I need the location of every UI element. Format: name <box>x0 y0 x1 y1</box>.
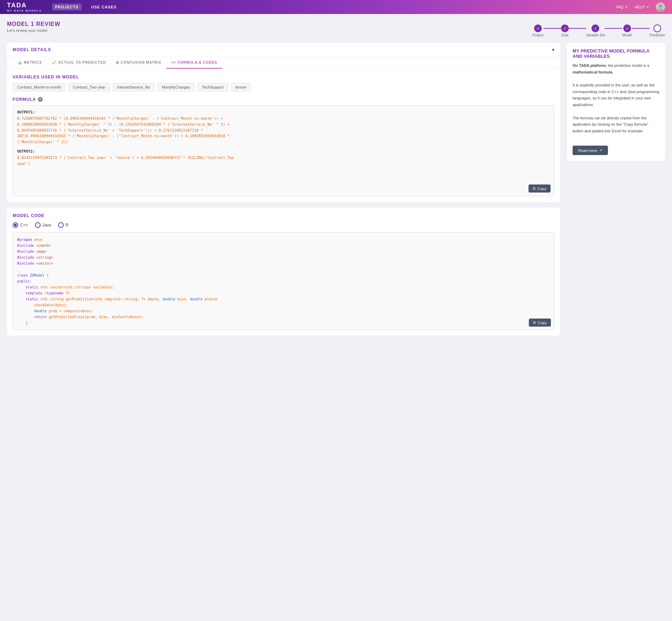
progress-steps: ✓ Project ✓ Goal <box>532 25 665 37</box>
variable-tag-2: InternetService_No <box>113 83 155 91</box>
copy-code-icon: ⧉ <box>533 320 536 325</box>
step-label-project: Project <box>532 33 543 37</box>
nav-links: PROJECTS USE CASES <box>52 4 119 11</box>
step-label-goal: Goal <box>561 33 568 37</box>
language-radio-group: C++ Java R <box>13 222 554 228</box>
formula-help-icon[interactable]: ? <box>38 97 43 102</box>
output2-text: 0.8345159075383273 * ('Contract_Two year… <box>17 155 550 167</box>
radio-r[interactable]: R <box>58 222 69 228</box>
right-panel-title: MY PREDICTIVE MODEL FORMULA AND VARIABLE… <box>573 48 659 59</box>
step-circle-project: ✓ <box>534 25 542 32</box>
formula-box: OUTPUT1: 0.7258879987702782 * (0.8996108… <box>13 105 554 196</box>
svg-point-0 <box>658 4 663 8</box>
step-prediction: Prediction <box>650 25 665 37</box>
model-details-header[interactable]: MODEL DETAILS ▾ <box>7 43 560 57</box>
model-code-section: MODEL CODE C++ Java R <box>7 208 560 336</box>
read-more-button[interactable]: Read more ↗ <box>573 146 608 155</box>
page-title: MODEL 1 REVIEW <box>7 21 60 27</box>
actual-vs-predicted-icon: 📈 <box>52 61 56 64</box>
right-paragraph3: The formula can be directly copied from … <box>573 115 659 134</box>
faq-link[interactable]: FAQ ↗ <box>616 5 628 9</box>
avatar[interactable] <box>656 2 665 12</box>
radio-dot-cpp <box>13 222 18 228</box>
connector-1 <box>544 28 561 29</box>
confusion-matrix-icon: ⊞ <box>116 61 119 64</box>
header-right: FAQ ↗ HELP ↗ <box>616 2 665 12</box>
tab-metrics[interactable]: 📊 METRICS <box>13 57 47 69</box>
header-left: TADA MY DATA MODELS PROJECTS USE CASES <box>7 2 119 12</box>
page-subtitle: Let's review your model <box>7 28 60 33</box>
copy-icon: ⧉ <box>533 186 536 191</box>
variable-tag-0: Contract_Month-to-month <box>13 83 65 91</box>
nav-projects[interactable]: PROJECTS <box>52 4 81 11</box>
page: MODEL 1 REVIEW Let's review your model ✓… <box>0 14 672 343</box>
step-goal: ✓ Goal <box>561 25 586 37</box>
step-model: ✓ Model <box>622 25 649 37</box>
formula-section-title: FORMULA ? <box>13 97 554 102</box>
radio-cpp[interactable]: C++ <box>13 222 28 228</box>
logo: TADA MY DATA MODELS <box>7 2 42 12</box>
copy-code-button[interactable]: ⧉ Copy <box>529 319 551 327</box>
step-label-model: Model <box>622 33 632 37</box>
page-header: MODEL 1 REVIEW Let's review your model ✓… <box>7 21 665 37</box>
header: TADA MY DATA MODELS PROJECTS USE CASES F… <box>0 0 672 14</box>
step-circle-model: ✓ <box>623 25 631 32</box>
chevron-down-icon: ▾ <box>552 47 554 53</box>
formula-icon: <> <box>171 61 176 64</box>
nav-use-cases[interactable]: USE CASES <box>89 4 120 11</box>
right-panel: MY PREDICTIVE MODEL FORMULA AND VARIABLE… <box>567 43 665 161</box>
code-box[interactable]: #pragma once #include <cmath> #include <… <box>13 232 554 330</box>
tab-actual-vs-predicted[interactable]: 📈 ACTUAL VS PREDICTED <box>47 57 111 69</box>
model-code-title: MODEL CODE <box>13 213 554 218</box>
radio-java[interactable]: Java <box>35 222 51 228</box>
step-circle-variable-set: ✓ <box>592 25 599 32</box>
output2-label: OUTPUT2: <box>17 149 550 153</box>
connector-4 <box>632 28 650 29</box>
output1-text: 0.7258879987702782 * (0.8996108949416343… <box>17 116 550 145</box>
tab-formula-codes[interactable]: <> FORMULA & CODES <box>166 57 222 69</box>
step-circle-goal: ✓ <box>561 25 569 32</box>
output1-label: OUTPUT1: <box>17 110 550 114</box>
variable-tag-1: Contract_Two year <box>68 83 110 91</box>
right-panel-body: On TADA platform, the predictive model i… <box>573 62 659 155</box>
variable-tag-3: MonthlyCharges <box>158 83 195 91</box>
content-area: VARIABLES USED IN MODEL Contract_Month-t… <box>7 69 560 202</box>
step-label-prediction: Prediction <box>650 33 665 37</box>
connector-3 <box>605 28 622 29</box>
help-link[interactable]: HELP ↗ <box>635 5 649 9</box>
step-circle-prediction <box>653 25 661 32</box>
variable-tags: Contract_Month-to-month Contract_Two yea… <box>13 83 554 91</box>
page-title-section: MODEL 1 REVIEW Let's review your model <box>7 21 60 33</box>
metrics-icon: 📊 <box>18 61 22 64</box>
code-box-wrapper: #pragma once #include <cmath> #include <… <box>13 232 554 330</box>
step-label-variable-set: Variable Set <box>586 33 605 37</box>
tab-confusion-matrix[interactable]: ⊞ CONFUSION MATRIX <box>111 57 166 69</box>
tada-platform-label: On TADA platform <box>573 63 606 68</box>
step-variable-set: ✓ Variable Set <box>586 25 623 37</box>
main-content: MODEL DETAILS ▾ 📊 METRICS 📈 ACTUAL VS PR… <box>7 43 665 336</box>
variable-tag-4: TechSupport <box>197 83 228 91</box>
variable-tag-5: tenure <box>231 83 251 91</box>
step-project: ✓ Project <box>532 25 561 37</box>
left-panel: MODEL DETAILS ▾ 📊 METRICS 📈 ACTUAL VS PR… <box>7 43 560 336</box>
code-text: #pragma once #include <cmath> #include <… <box>17 237 550 330</box>
tabs: 📊 METRICS 📈 ACTUAL VS PREDICTED ⊞ CONFUS… <box>7 57 560 69</box>
model-details-title: MODEL DETAILS <box>13 47 51 52</box>
right-paragraph2: It is explicitly provided to the user, a… <box>573 82 659 108</box>
connector-2 <box>569 28 586 29</box>
external-link-icon: ↗ <box>599 148 602 153</box>
copy-formula-button[interactable]: ⧉ Copy <box>528 184 551 193</box>
radio-dot-java <box>35 222 41 228</box>
mathematical-formula-label: mathematical formula <box>573 70 612 74</box>
variables-title: VARIABLES USED IN MODEL <box>13 75 554 79</box>
svg-point-1 <box>657 8 664 12</box>
radio-dot-r <box>58 222 64 228</box>
